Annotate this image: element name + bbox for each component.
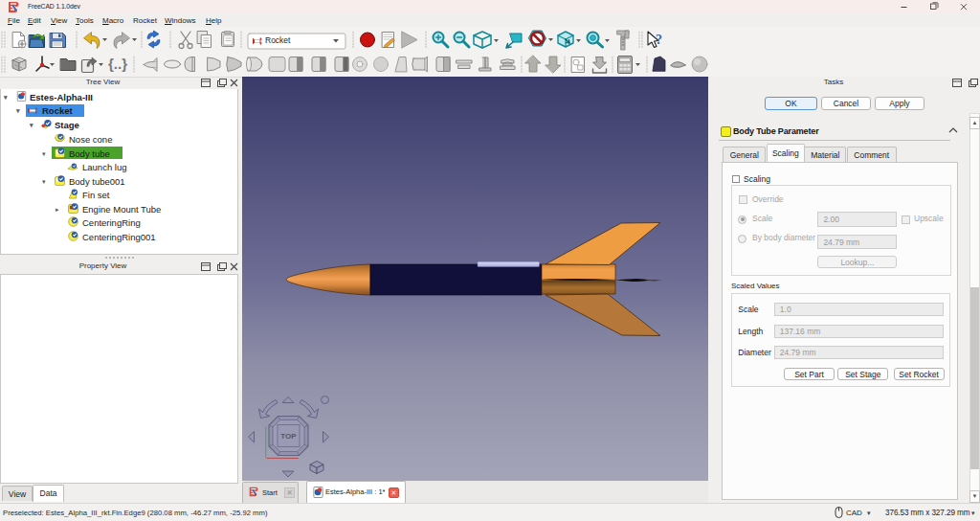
svg-text:Rocket: Rocket bbox=[265, 35, 291, 45]
svg-text:{..}: {..} bbox=[108, 56, 127, 72]
svg-text:?: ? bbox=[656, 33, 662, 47]
svg-text:TOP: TOP bbox=[280, 432, 297, 441]
